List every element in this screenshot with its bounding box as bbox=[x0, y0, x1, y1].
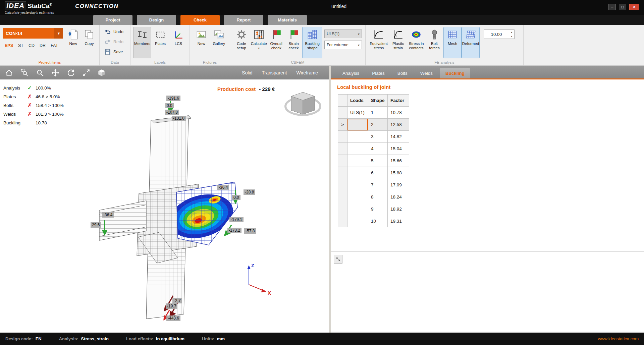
tab-check[interactable]: Check bbox=[180, 15, 220, 25]
mesh-toggle[interactable]: Mesh bbox=[443, 27, 462, 58]
save-button[interactable]: Save bbox=[104, 48, 123, 56]
gear-icon bbox=[235, 29, 248, 40]
view-mode-transparent[interactable]: Transparent bbox=[262, 70, 287, 75]
tab-analysis[interactable]: Analysis bbox=[337, 68, 365, 78]
home-view-button[interactable] bbox=[5, 68, 13, 77]
mode-eps[interactable]: EPS bbox=[5, 43, 13, 48]
table-row-selected[interactable]: > 2 12.58 bbox=[338, 119, 409, 131]
design-code-value: EN bbox=[36, 336, 42, 341]
plates-labels-toggle[interactable]: Plates bbox=[151, 27, 169, 58]
strain-curve-icon bbox=[392, 29, 404, 40]
tab-welds[interactable]: Welds bbox=[415, 68, 438, 78]
chevron-down-icon[interactable]: ▾ bbox=[258, 46, 260, 51]
search-icon bbox=[36, 69, 44, 77]
rotate-view-button[interactable] bbox=[66, 68, 75, 77]
load-label: 0.0 bbox=[232, 195, 240, 200]
group-label-data: Data bbox=[100, 60, 130, 64]
load-effects-value: In equilibrium bbox=[156, 336, 184, 341]
fit-view-button[interactable] bbox=[82, 68, 91, 77]
maximize-button[interactable]: □ bbox=[619, 4, 626, 10]
model-canvas[interactable]: Z X Analysis ✓ 100.0% Plates ✗ bbox=[0, 79, 329, 333]
axis-x-label: X bbox=[268, 290, 271, 296]
view-mode-wireframe[interactable]: Wireframe bbox=[296, 70, 318, 75]
panel-splitter[interactable] bbox=[329, 66, 331, 333]
stress-in-contacts-button[interactable]: Stress in contacts bbox=[407, 27, 425, 58]
viewport-3d: Solid Transparent Wireframe bbox=[0, 66, 329, 333]
rotate-icon bbox=[67, 69, 75, 77]
tab-plates[interactable]: Plates bbox=[367, 68, 390, 78]
result-bolts: Bolts ✗ 158.4 > 100% bbox=[3, 101, 64, 110]
zoom-window-button[interactable] bbox=[20, 68, 29, 77]
contact-stress-icon bbox=[410, 29, 422, 40]
view-cube-button[interactable] bbox=[97, 68, 106, 77]
load-label: -107.8 bbox=[165, 110, 179, 115]
result-buckling: Buckling 10.78 bbox=[3, 118, 64, 127]
bolt-forces-button[interactable]: Bolt forces bbox=[425, 27, 443, 58]
table-row[interactable]: 7 17.09 bbox=[338, 179, 409, 191]
table-row[interactable]: 9 18.92 bbox=[338, 203, 409, 215]
tab-project[interactable]: Project bbox=[93, 15, 132, 25]
undo-button[interactable]: Undo bbox=[104, 28, 123, 36]
table-row[interactable]: 4 15.04 bbox=[338, 143, 409, 155]
deformed-toggle[interactable]: Deformed bbox=[462, 27, 480, 58]
chevron-down-icon[interactable]: ▾ bbox=[54, 28, 63, 39]
table-row[interactable]: 3 14.82 bbox=[338, 131, 409, 143]
ribbon-group-data: Undo Redo Save Data bbox=[100, 25, 130, 65]
new-picture-button[interactable]: New bbox=[193, 27, 210, 58]
new-project-item-button[interactable]: New bbox=[65, 27, 81, 58]
members-labels-toggle[interactable]: Members bbox=[133, 27, 151, 58]
expand-pane-button[interactable] bbox=[334, 255, 342, 264]
table-row[interactable]: ULS(1) 1 10.78 bbox=[338, 107, 409, 119]
pan-button[interactable] bbox=[51, 68, 60, 77]
table-row[interactable]: 10 19.31 bbox=[338, 215, 409, 227]
spin-down-icon[interactable]: ▼ bbox=[509, 34, 514, 39]
mode-fat[interactable]: FAT bbox=[51, 43, 58, 48]
extreme-select[interactable]: For extreme ▾ bbox=[324, 41, 362, 49]
close-button[interactable]: × bbox=[629, 4, 639, 10]
units-label: Units: bbox=[202, 336, 214, 341]
copy-project-item-button[interactable]: Copy bbox=[81, 27, 97, 58]
calculate-button[interactable]: Calculate ▾ bbox=[250, 27, 268, 58]
spin-up-icon[interactable]: ▲ bbox=[509, 30, 514, 34]
plastic-strain-button[interactable]: Plastic strain bbox=[389, 27, 407, 58]
ribbon-group-cbfem: Code setup Calculate ▾ bbox=[230, 25, 366, 65]
navigation-cube[interactable] bbox=[285, 92, 320, 115]
zoom-window-icon bbox=[20, 69, 29, 77]
tab-bolts[interactable]: Bolts bbox=[392, 68, 413, 78]
load-label: -28.8 bbox=[244, 189, 255, 195]
mode-dr[interactable]: DR bbox=[40, 43, 46, 48]
tab-materials[interactable]: Materials bbox=[268, 15, 307, 25]
code-setup-button[interactable]: Code setup bbox=[233, 27, 250, 58]
view-mode-solid[interactable]: Solid bbox=[242, 70, 252, 75]
production-cost: Production cost - 229 € bbox=[217, 86, 275, 92]
gallery-button[interactable]: Gallery bbox=[210, 27, 228, 58]
overall-check-button[interactable]: Overall check bbox=[268, 27, 285, 58]
table-row[interactable]: 6 15.88 bbox=[338, 167, 409, 179]
zoom-button[interactable] bbox=[36, 68, 44, 77]
lcs-toggle[interactable]: LCS bbox=[169, 27, 187, 58]
buckling-shape-toggle[interactable]: Buckling shape bbox=[302, 27, 322, 58]
result-analysis: Analysis ✓ 100.0% bbox=[3, 83, 64, 92]
copy-icon bbox=[83, 29, 95, 40]
tab-design[interactable]: Design bbox=[137, 15, 176, 25]
table-row[interactable]: 8 18.24 bbox=[338, 191, 409, 203]
deformed-scale-stepper[interactable]: 10.00 ▲ ▼ bbox=[484, 30, 515, 39]
tab-report[interactable]: Report bbox=[224, 15, 263, 25]
mode-cd[interactable]: CD bbox=[29, 43, 35, 48]
strain-flag-icon bbox=[288, 29, 300, 40]
results-panel: Analysis Plates Bolts Welds Buckling Loc… bbox=[331, 66, 644, 333]
mode-st[interactable]: ST bbox=[18, 43, 23, 48]
table-row[interactable]: 5 15.66 bbox=[338, 155, 409, 167]
website-link[interactable]: www.ideastatica.com bbox=[598, 336, 639, 341]
load-label: -19.7 bbox=[166, 303, 177, 309]
connection-selector[interactable]: CON-14 ▾ bbox=[3, 28, 63, 39]
panel-divider[interactable] bbox=[331, 251, 644, 252]
main-tabbar: Project Design Check Report Materials bbox=[0, 15, 644, 25]
tab-buckling[interactable]: Buckling bbox=[440, 68, 470, 78]
strain-check-button[interactable]: Strain check bbox=[285, 27, 303, 58]
fit-screen-icon bbox=[82, 69, 90, 77]
load-case-select[interactable]: ULS(1) ▾ bbox=[324, 30, 362, 38]
equivalent-stress-button[interactable]: Equivalent stress bbox=[368, 27, 389, 58]
redo-button[interactable]: Redo bbox=[104, 38, 123, 46]
minimize-button[interactable]: – bbox=[608, 4, 616, 10]
